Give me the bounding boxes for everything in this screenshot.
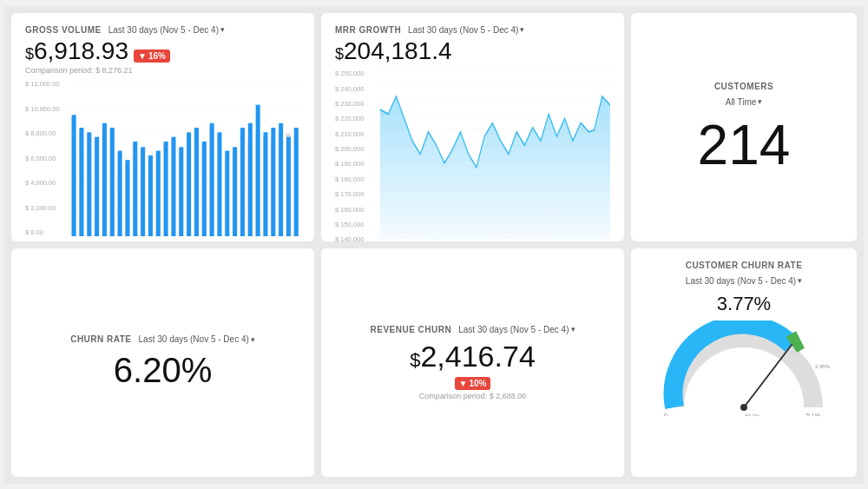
revenue-churn-badge: ▼ 10% [455,377,491,390]
svg-rect-45 [133,142,137,236]
svg-rect-52 [187,133,191,237]
svg-rect-58 [233,148,237,237]
gross-volume-chart: $ 12,000.00 $ 10,000.00 $ 8,000.00 $ 6,0… [25,80,300,241]
svg-rect-51 [179,148,183,237]
customers-card: CUSTOMERS All Time 214 [631,13,857,241]
revenue-churn-value: $2,416.74 [410,340,536,373]
revenue-churn-comparison: Comparison period: $ 2,688.06 [370,392,575,400]
mrr-growth-value: $204,181.4 [335,38,452,65]
svg-rect-66 [294,128,299,236]
svg-text:0: 0 [664,413,667,416]
svg-rect-53 [194,128,199,236]
churn-rate-card: CHURN RATE Last 30 days (Nov 5 - Dec 4) … [11,248,314,477]
line-chart-svg [380,69,610,239]
svg-text:2.45%: 2.45% [815,364,831,369]
svg-rect-49 [164,142,168,236]
customer-churn-rate-title: CUSTOMER CHURN RATE [686,261,803,270]
svg-line-80 [744,345,792,407]
y-axis-mrr: $ 250,000 $ 240,000 $ 230,000 $ 220,000 … [335,69,378,241]
mrr-growth-title: MRR GROWTH [335,25,401,35]
gross-volume-filter[interactable]: Last 30 days (Nov 5 - Dec 4) [108,25,225,35]
gauge-svg: 0 ~59.2% 5.1% 2.45% [657,320,831,416]
svg-rect-41 [102,123,107,236]
svg-rect-46 [141,148,145,237]
svg-rect-62 [263,133,267,237]
svg-rect-57 [225,151,229,236]
customer-churn-rate-filter[interactable]: Last 30 days (Nov 5 - Dec 4) [686,276,802,286]
gross-volume-value: $6,918.93 [25,38,128,65]
svg-rect-40 [95,137,99,236]
gross-volume-card: GROSS VOLUME Last 30 days (Nov 5 - Dec 4… [11,13,314,241]
churn-rate-title: CHURN RATE [70,334,131,344]
mrr-growth-card: MRR GROWTH Last 30 days (Nov 5 - Dec 4) … [321,13,624,241]
churn-rate-value: 6.20% [114,351,212,390]
svg-rect-60 [248,123,253,236]
customers-filter[interactable]: All Time [726,97,763,107]
bar-chart-svg [70,80,300,236]
gauge: 0 ~59.2% 5.1% 2.45% [657,320,831,416]
svg-rect-37 [72,116,76,237]
gross-volume-comparison: Comparison period: $ 8,276.21 [25,66,300,75]
gross-volume-badge: ▼ 16% [134,50,170,63]
churn-rate-filter[interactable]: Last 30 days (Nov 5 - Dec 4) [139,334,255,344]
svg-rect-55 [210,123,214,236]
customer-churn-rate-card: CUSTOMER CHURN RATE Last 30 days (Nov 5 … [631,248,857,477]
svg-text:5.1%: 5.1% [806,413,820,416]
customers-title: CUSTOMERS [698,82,791,91]
revenue-churn-title: REVENUE CHURN [370,325,451,334]
svg-rect-64 [279,123,283,236]
svg-rect-56 [217,133,221,237]
y-axis-gross: $ 12,000.00 $ 10,000.00 $ 8,000.00 $ 6,0… [25,80,69,236]
svg-rect-63 [271,128,275,236]
svg-point-81 [740,404,747,411]
svg-rect-48 [156,151,161,236]
gross-volume-title: GROSS VOLUME [25,25,102,35]
revenue-churn-filter[interactable]: Last 30 days (Nov 5 - Dec 4) [458,325,575,334]
svg-marker-79 [380,96,610,239]
mrr-growth-chart: $ 250,000 $ 240,000 $ 230,000 $ 220,000 … [335,69,610,241]
revenue-churn-card: REVENUE CHURN Last 30 days (Nov 5 - Dec … [321,248,624,477]
customers-value: 214 [698,117,791,173]
svg-rect-61 [256,105,260,236]
svg-rect-38 [79,128,83,236]
svg-rect-44 [125,160,129,236]
svg-rect-42 [110,128,115,236]
mrr-growth-filter[interactable]: Last 30 days (Nov 5 - Dec 4) [408,25,524,35]
svg-rect-39 [87,133,91,237]
svg-rect-50 [171,137,175,236]
svg-rect-54 [202,142,207,236]
dashboard: GROSS VOLUME Last 30 days (Nov 5 - Dec 4… [4,6,864,484]
svg-text:~59.2%: ~59.2% [742,413,760,416]
svg-rect-65 [286,137,291,236]
svg-rect-59 [240,128,245,236]
customer-churn-rate-value: 3.77% [645,293,843,315]
svg-rect-43 [118,151,122,236]
svg-rect-47 [148,155,153,236]
